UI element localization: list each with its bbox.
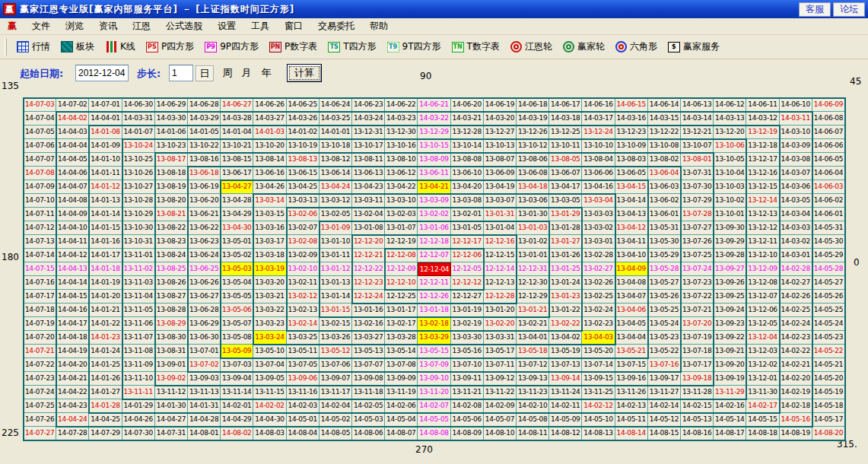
gann-cell: 13-03-03: [582, 208, 615, 221]
gann-cell: 13-06-27: [188, 290, 221, 304]
gann-cell: 14-02-12: [582, 399, 615, 413]
toolbar-button[interactable]: K线: [100, 37, 141, 57]
gann-cell: 13-04-12: [615, 221, 648, 235]
gann-cell: 13-03-15: [253, 208, 286, 221]
menu-item[interactable]: 工具: [243, 19, 277, 33]
unit-button-周[interactable]: 周: [218, 65, 237, 81]
menu-item[interactable]: 文件: [24, 19, 58, 33]
gann-cell: 14-04-14: [56, 276, 89, 290]
gann-cell: 13-09-27: [714, 262, 746, 276]
gann-cell: 13-12-28: [451, 126, 484, 139]
gann-cell: 14-08-09: [451, 427, 484, 440]
start-date-input[interactable]: [75, 65, 129, 81]
gann-cell: 13-09-26: [714, 276, 746, 290]
gann-cell: 13-09-03: [188, 372, 221, 386]
gann-cell: 14-06-13: [681, 98, 714, 112]
gann-cell: 13-01-04: [484, 221, 517, 235]
menu-item[interactable]: 设置: [210, 19, 243, 33]
toolbar-button[interactable]: 行情: [11, 37, 56, 57]
gann-cell: 13-12-19: [746, 126, 779, 139]
gann-cell: 14-08-08: [418, 427, 450, 440]
toolbar-button[interactable]: T99T四方形: [382, 37, 447, 57]
gann-cell: 13-07-01: [188, 345, 221, 358]
gann-cell: 13-09-02: [155, 372, 188, 386]
gann-cell: 13-11-29: [714, 386, 746, 399]
gann-cell: 14-02-15: [681, 399, 714, 413]
gann-cell: 13-09-13: [517, 372, 549, 386]
gann-cell: 13-08-19: [155, 180, 188, 194]
gann-cell: 14-04-23: [56, 399, 89, 413]
title-bar: 赢 赢家江恩专业版[赢家内部服务平台] － [上证指数时间正方形] 客服论坛: [0, 0, 868, 18]
titlebar-button-forum[interactable]: 论坛: [833, 2, 865, 17]
gann-cell: 13-03-20: [253, 276, 286, 290]
menu-item[interactable]: 江恩: [125, 19, 158, 33]
gann-cell: 14-01-16: [89, 235, 122, 249]
gann-cell: 13-02-24: [582, 304, 615, 317]
gann-cell: 13-10-28: [122, 194, 155, 208]
titlebar-button-service[interactable]: 客服: [799, 2, 831, 17]
gann-cell: 13-08-17: [155, 153, 188, 167]
gann-cell: 14-03-27: [253, 112, 286, 126]
gann-cell: 14-07-26: [24, 413, 56, 427]
gann-center-cell: 12-12-04: [418, 262, 450, 276]
gann-cell: 14-04-29: [221, 413, 253, 427]
gann-cell: 14-05-08: [517, 413, 549, 427]
gann-cell: 12-12-13: [484, 276, 517, 290]
gann-cell: 14-08-15: [648, 427, 681, 440]
unit-button-月[interactable]: 月: [237, 65, 256, 81]
unit-button-日[interactable]: 日: [196, 65, 214, 81]
gann-cell: 14-08-02: [221, 427, 253, 440]
app-logo-icon: 赢: [3, 3, 16, 15]
gann-cell: 13-02-15: [320, 317, 352, 331]
gann-cell: 13-05-25: [648, 304, 681, 317]
step-label: 步长:: [137, 67, 161, 81]
gann-cell: 13-06-06: [582, 167, 615, 180]
gann-cell: 14-02-08: [451, 399, 484, 413]
gann-cell: 13-08-12: [320, 153, 352, 167]
gann-cell: 14-08-13: [582, 427, 615, 440]
toolbar-button[interactable]: 六角形: [610, 37, 663, 57]
gann-cell: 14-03-02: [780, 235, 812, 249]
gann-cell: 13-01-17: [385, 304, 418, 317]
gann-cell: 13-06-17: [221, 167, 253, 180]
gann-cell: 13-01-20: [484, 304, 517, 317]
gann-cell: 13-12-03: [746, 345, 779, 358]
toolbar-button[interactable]: 江恩轮: [505, 37, 558, 57]
gann-cell: 13-02-10: [287, 262, 320, 276]
step-input[interactable]: [169, 65, 193, 81]
gann-cell: 13-09-20: [714, 358, 746, 372]
menu-item[interactable]: 窗口: [277, 19, 310, 33]
menu-item[interactable]: 浏览: [58, 19, 91, 33]
toolbar-button[interactable]: $赢家服务: [663, 37, 725, 57]
gann-cell: 13-10-05: [714, 153, 746, 167]
menu-item[interactable]: 资讯: [91, 19, 125, 33]
gann-cell: 14-07-07: [24, 153, 56, 167]
menu-item[interactable]: 帮助: [362, 19, 396, 33]
gann-cell: 13-07-12: [517, 358, 549, 372]
gann-cell: 13-04-16: [582, 180, 615, 194]
menu-item[interactable]: 交易委托: [310, 19, 362, 33]
gann-cell: 14-01-15: [89, 221, 122, 235]
gann-cell: 13-01-29: [549, 208, 582, 221]
gann-cell: 14-02-10: [517, 399, 549, 413]
toolbar-button[interactable]: TNT数字表: [447, 37, 505, 57]
gann-cell: 13-05-28: [648, 262, 681, 276]
gann-cell: 14-04-22: [56, 386, 89, 399]
gann-cell: 14-02-05: [352, 399, 385, 413]
gann-cell: 13-05-19: [549, 345, 582, 358]
gann-cell: 14-04-19: [56, 345, 89, 358]
gann-cell: 13-04-29: [221, 208, 253, 221]
toolbar-button[interactable]: 板块: [56, 37, 100, 57]
toolbar-button[interactable]: P99P四方形: [199, 37, 264, 57]
menu-item[interactable]: 公式选股: [158, 19, 210, 33]
toolbar-button[interactable]: PSP四方形: [141, 37, 199, 57]
toolbar-button[interactable]: PNP数字表: [264, 37, 323, 57]
gann-cell: 13-02-07: [287, 221, 320, 235]
gann-cell: 13-05-02: [221, 249, 253, 262]
toolbar-button[interactable]: 赢家轮: [558, 37, 610, 57]
compute-button[interactable]: 计算: [287, 64, 322, 82]
unit-button-年[interactable]: 年: [257, 65, 275, 81]
gann-cell: 14-07-30: [122, 427, 155, 440]
toolbar-button[interactable]: TST四方形: [323, 37, 381, 57]
gann-cell: 13-06-21: [188, 208, 221, 221]
